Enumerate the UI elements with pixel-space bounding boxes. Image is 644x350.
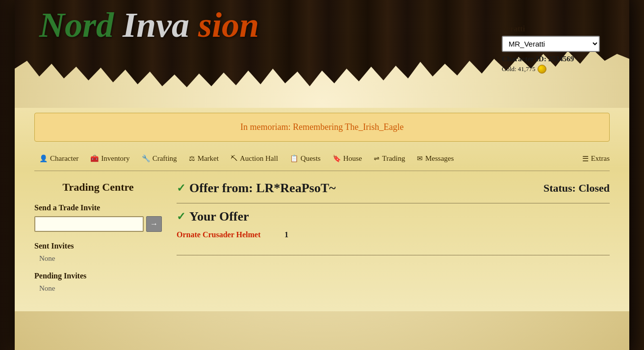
market-icon: ⚖ bbox=[189, 154, 195, 163]
nav-label-crafting: Crafting bbox=[153, 154, 177, 163]
trade-invite-submit-button[interactable]: → bbox=[146, 216, 162, 232]
status-label: Status: Closed bbox=[543, 182, 610, 195]
crafting-icon: 🔧 bbox=[142, 154, 150, 163]
nav-label-messages: Messages bbox=[425, 154, 454, 163]
nav-label-auction-hall: Auction Hall bbox=[240, 154, 278, 163]
username-label: Veratti bbox=[502, 25, 600, 33]
sent-invites-label: Sent Invites bbox=[34, 242, 162, 250]
trade-invite-row: → bbox=[34, 216, 162, 232]
item-name: Ornate Crusader Helmet bbox=[177, 230, 275, 240]
inventory-icon: 🧰 bbox=[90, 154, 99, 163]
arrow-right-icon: → bbox=[150, 220, 158, 228]
nav-item-quests[interactable]: 📋 Quests bbox=[285, 151, 326, 166]
nav-label-inventory: Inventory bbox=[101, 154, 129, 163]
offer-from-label: Offer from: LR*ReaPsoT~ bbox=[189, 181, 336, 196]
offer-check-icon: ✓ bbox=[177, 182, 185, 195]
nav-label-market: Market bbox=[198, 154, 219, 163]
torn-header: Nord Inva sion Veratti MR_Veratti Charac… bbox=[15, 0, 629, 108]
nav-item-character[interactable]: 👤 Character bbox=[34, 151, 83, 166]
logo: Nord Inva sion bbox=[39, 7, 259, 43]
parchment-container: Nord Inva sion Veratti MR_Veratti Charac… bbox=[15, 0, 629, 350]
nav-item-trading[interactable]: ⇌ Trading bbox=[369, 151, 410, 166]
gold-label: Gold: 41,775 bbox=[502, 65, 536, 73]
trade-header: ✓ Offer from: LR*ReaPsoT~ Status: Closed bbox=[177, 181, 610, 196]
logo-inva: Inva bbox=[123, 5, 189, 45]
extras-menu-icon: ☰ bbox=[582, 154, 589, 163]
trade-content-area: ✓ Offer from: LR*ReaPsoT~ Status: Closed… bbox=[177, 181, 610, 255]
trade-invite-input[interactable] bbox=[34, 216, 144, 232]
extras-label: Extras bbox=[591, 154, 610, 163]
your-offer-label: Your Offer bbox=[189, 209, 249, 224]
messages-icon: ✉ bbox=[417, 154, 423, 163]
trade-item-row: Ornate Crusader Helmet 1 bbox=[177, 230, 610, 240]
nav-item-house[interactable]: 🔖 House bbox=[328, 151, 367, 166]
character-select[interactable]: MR_Veratti bbox=[502, 36, 600, 52]
nav-item-market[interactable]: ⚖ Market bbox=[184, 151, 224, 166]
nav-item-auction-hall[interactable]: ⛏ Auction Hall bbox=[226, 151, 283, 166]
pending-invites-section: Pending Invites None bbox=[34, 272, 162, 293]
nav-item-inventory[interactable]: 🧰 Inventory bbox=[85, 151, 134, 166]
character-id: Character ID: 2534569 bbox=[502, 55, 600, 63]
trading-centre-title: Trading Centre bbox=[34, 181, 162, 194]
nav-item-messages[interactable]: ✉ Messages bbox=[412, 151, 459, 166]
trade-divider-bottom bbox=[177, 255, 610, 255]
memorial-text-highlight: Remembering The_Irish_Eagle bbox=[293, 122, 404, 132]
your-offer-header: ✓ Your Offer bbox=[177, 209, 610, 224]
character-icon: 👤 bbox=[39, 154, 48, 163]
nav-extras[interactable]: ☰ Extras bbox=[582, 154, 610, 163]
memorial-banner: In memoriam: Remembering The_Irish_Eagle bbox=[34, 113, 610, 142]
offer-from-title: ✓ Offer from: LR*ReaPsoT~ bbox=[177, 181, 336, 196]
main-layout: Trading Centre Send a Trade Invite → Sen… bbox=[34, 181, 610, 301]
nav-label-quests: Quests bbox=[301, 154, 321, 163]
nav-label-character: Character bbox=[50, 154, 78, 163]
send-invite-label: Send a Trade Invite bbox=[34, 203, 162, 212]
auction-hall-icon: ⛏ bbox=[231, 155, 237, 163]
trading-icon: ⇌ bbox=[374, 154, 380, 163]
trade-divider-top bbox=[177, 203, 610, 203]
logo-nord: Nord bbox=[39, 5, 114, 45]
item-quantity: 1 bbox=[284, 230, 288, 239]
house-icon: 🔖 bbox=[333, 154, 341, 163]
quests-icon: 📋 bbox=[290, 154, 298, 163]
pending-invites-label: Pending Invites bbox=[34, 272, 162, 280]
sent-invites-section: Sent Invites None bbox=[34, 242, 162, 263]
trading-sidebar: Trading Centre Send a Trade Invite → Sen… bbox=[34, 181, 162, 301]
nav-label-trading: Trading bbox=[382, 154, 405, 163]
your-offer-check-icon: ✓ bbox=[177, 210, 185, 223]
pending-invites-value: None bbox=[39, 284, 162, 293]
user-info-panel: Veratti MR_Veratti Character ID: 2534569… bbox=[502, 25, 600, 74]
gold-coin-icon bbox=[538, 65, 546, 74]
gold-info: Gold: 41,775 bbox=[502, 65, 600, 74]
logo-sion: sion bbox=[198, 5, 259, 45]
sent-invites-value: None bbox=[39, 254, 162, 263]
content-area: In memoriam: Remembering The_Irish_Eagle… bbox=[15, 108, 629, 311]
memorial-text-before: In memoriam: bbox=[240, 122, 293, 132]
nav-label-house: House bbox=[343, 154, 362, 163]
navigation: 👤 Character 🧰 Inventory 🔧 Crafting ⚖ Mar… bbox=[34, 151, 610, 171]
logo-area: Nord Inva sion bbox=[39, 7, 259, 43]
nav-item-crafting[interactable]: 🔧 Crafting bbox=[137, 151, 182, 166]
